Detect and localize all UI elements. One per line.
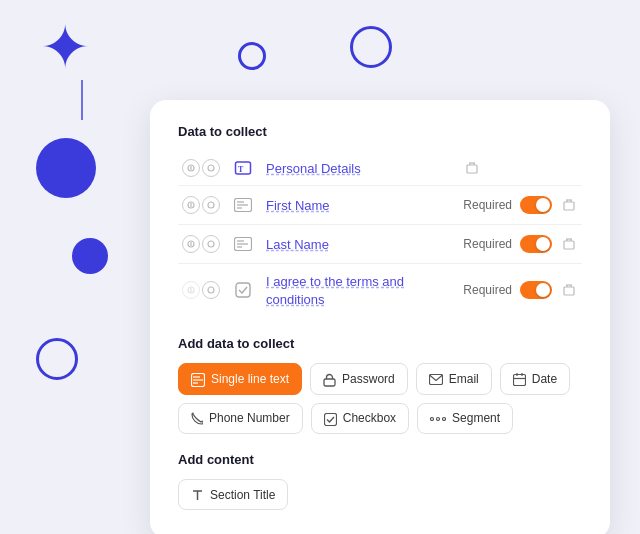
chip-segment[interactable]: Segment	[417, 403, 513, 435]
add-data-heading: Add data to collect	[178, 336, 582, 351]
main-card: Data to collect T	[150, 100, 610, 534]
decor-circle-5	[350, 26, 392, 68]
svg-rect-5	[467, 165, 477, 173]
svg-rect-49	[324, 413, 336, 425]
decor-circle-3	[36, 338, 78, 380]
svg-point-50	[431, 418, 434, 421]
chip-label: Email	[449, 372, 479, 386]
decor-line	[81, 80, 83, 120]
collapse-btn-2[interactable]	[202, 235, 220, 253]
collapse-btn-2[interactable]	[202, 281, 220, 299]
svg-rect-35	[564, 287, 574, 295]
row-required: Required	[463, 235, 552, 253]
svg-rect-34	[236, 283, 250, 297]
add-content-section: Add content Section Title	[178, 452, 582, 510]
add-data-section: Add data to collect Single line text	[178, 336, 582, 434]
chip-label: Password	[342, 372, 395, 386]
chip-row-1: Single line text Password	[178, 363, 582, 395]
table-row: T Personal Details	[178, 151, 582, 186]
collapse-btn[interactable]	[182, 235, 200, 253]
chip-label: Single line text	[211, 372, 289, 386]
svg-rect-27	[564, 241, 574, 249]
row-name: Last Name	[266, 237, 329, 252]
text-icon	[191, 487, 204, 502]
row-type-icon	[232, 279, 254, 301]
collapse-btn[interactable]	[182, 159, 200, 177]
content-chip-row: Section Title	[178, 479, 582, 510]
decor-circle-4	[238, 42, 266, 70]
chip-phone-number[interactable]: Phone Number	[178, 403, 303, 435]
row-controls	[182, 196, 220, 214]
row-controls	[182, 235, 220, 253]
row-type-icon	[232, 194, 254, 216]
chip-label: Phone Number	[209, 411, 290, 425]
delete-btn[interactable]	[560, 196, 578, 214]
add-content-heading: Add content	[178, 452, 582, 467]
svg-point-11	[208, 202, 214, 208]
chip-row-2: Phone Number Checkbox	[178, 403, 582, 435]
delete-btn[interactable]	[463, 159, 481, 177]
required-label: Required	[463, 237, 512, 251]
row-name: I agree to the terms and conditions	[266, 274, 404, 307]
star-decoration: ✦	[40, 18, 90, 78]
collapse-btn[interactable]	[182, 281, 200, 299]
svg-point-2	[208, 165, 214, 171]
chip-label: Date	[532, 372, 557, 386]
collapse-btn-2[interactable]	[202, 159, 220, 177]
svg-rect-45	[513, 375, 525, 386]
table-row: Last Name Required	[178, 225, 582, 264]
chip-section-title[interactable]: Section Title	[178, 479, 288, 510]
row-type-icon: T	[232, 157, 254, 179]
svg-rect-16	[564, 202, 574, 210]
table-row: First Name Required	[178, 186, 582, 225]
row-controls	[182, 159, 220, 177]
collapse-btn[interactable]	[182, 196, 200, 214]
check-icon	[324, 411, 337, 426]
phone-icon	[191, 411, 203, 427]
text-icon	[191, 371, 205, 387]
collect-table: T Personal Details	[178, 151, 582, 316]
delete-btn[interactable]	[560, 281, 578, 299]
chip-checkbox[interactable]: Checkbox	[311, 403, 409, 435]
row-type-icon	[232, 233, 254, 255]
row-controls	[182, 281, 220, 299]
chip-single-line-text[interactable]: Single line text	[178, 363, 302, 395]
row-required: Required	[463, 281, 552, 299]
chip-email[interactable]: Email	[416, 363, 492, 395]
table-row: I agree to the terms and conditions Requ…	[178, 264, 582, 317]
chip-label: Checkbox	[343, 411, 396, 425]
svg-point-33	[208, 287, 214, 293]
svg-text:T: T	[238, 165, 244, 174]
email-icon	[429, 371, 443, 386]
chip-label: Section Title	[210, 488, 275, 502]
required-toggle[interactable]	[520, 281, 552, 299]
svg-point-51	[437, 418, 440, 421]
svg-point-22	[208, 241, 214, 247]
collapse-btn-2[interactable]	[202, 196, 220, 214]
required-toggle[interactable]	[520, 196, 552, 214]
required-label: Required	[463, 198, 512, 212]
calendar-icon	[513, 371, 526, 386]
row-name: First Name	[266, 198, 330, 213]
required-label: Required	[463, 283, 512, 297]
decor-circle-1	[36, 138, 96, 198]
chip-password[interactable]: Password	[310, 363, 408, 395]
row-required: Required	[463, 196, 552, 214]
segment-icon	[430, 411, 446, 426]
data-collect-heading: Data to collect	[178, 124, 582, 139]
svg-point-52	[443, 418, 446, 421]
required-toggle[interactable]	[520, 235, 552, 253]
row-name: Personal Details	[266, 161, 361, 176]
chip-label: Segment	[452, 411, 500, 425]
lock-icon	[323, 371, 336, 387]
decor-circle-2	[72, 238, 108, 274]
svg-rect-43	[324, 379, 335, 386]
chip-date[interactable]: Date	[500, 363, 570, 395]
delete-btn[interactable]	[560, 235, 578, 253]
